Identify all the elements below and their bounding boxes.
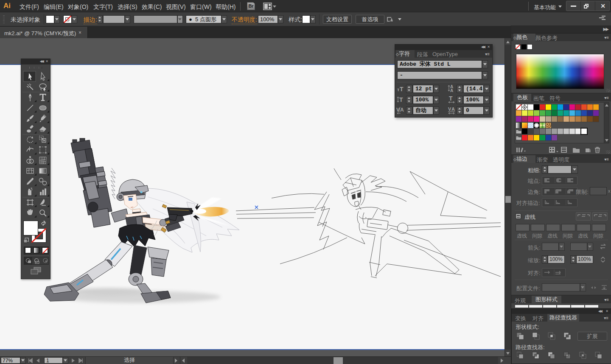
svg-text:T: T (400, 86, 404, 92)
svg-text:A: A (450, 88, 453, 93)
svg-text:A: A (451, 106, 455, 112)
svg-text:T: T (399, 96, 403, 103)
svg-text:T: T (449, 95, 453, 102)
svg-text:A: A (400, 107, 404, 113)
svg-text:V: V (396, 107, 400, 113)
svg-text:V: V (448, 106, 451, 112)
